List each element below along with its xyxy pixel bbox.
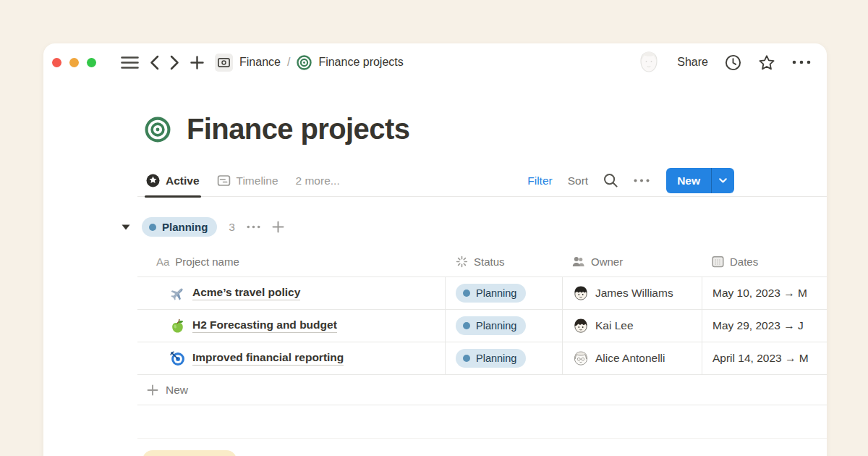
page-title[interactable]: Finance projects	[187, 113, 409, 145]
status-dot	[463, 322, 470, 329]
close-window-button[interactable]	[52, 58, 61, 67]
avatar[interactable]	[637, 50, 660, 75]
chevron-down-icon[interactable]	[712, 168, 734, 193]
project-name-cell[interactable]: Acme’s travel policy	[137, 277, 445, 309]
breadcrumb: Finance / Finance projects	[215, 54, 404, 72]
next-group-pill[interactable]	[142, 450, 237, 456]
column-header-dates[interactable]: Dates	[702, 256, 827, 268]
column-header-status[interactable]: Status	[445, 256, 562, 268]
target-icon	[297, 55, 312, 70]
add-page-icon[interactable]	[190, 56, 204, 69]
new-row-button[interactable]: New	[137, 375, 827, 405]
group-label: Planning	[162, 221, 208, 233]
status-label: Planning	[476, 352, 516, 364]
new-button[interactable]: New	[666, 168, 734, 193]
tab-more-views[interactable]: 2 more...	[296, 165, 340, 197]
sort-button[interactable]: Sort	[568, 174, 588, 187]
column-label: Owner	[591, 256, 623, 268]
group-status-pill[interactable]: Planning	[142, 217, 217, 237]
status-dot	[149, 224, 156, 231]
owner-cell[interactable]: Kai Lee	[562, 310, 702, 342]
view-tabs-bar: Active Timeline 2 more... Filter Sort	[137, 165, 827, 197]
tab-label: 2 more...	[296, 174, 340, 187]
status-pill: Planning	[456, 349, 526, 368]
tab-active-view[interactable]: Active	[146, 165, 200, 197]
table-row: Improved financial reporting Planning	[137, 342, 827, 374]
group-count: 3	[229, 221, 235, 234]
star-icon[interactable]	[758, 54, 775, 71]
group-options-ellipsis-icon[interactable]	[247, 225, 260, 229]
people-icon	[572, 256, 585, 267]
view-controls: Filter Sort New	[527, 168, 734, 193]
project-name-cell[interactable]: H2 Forecasting and budget	[137, 310, 445, 342]
owner-cell[interactable]: Alice Antonelli	[562, 342, 702, 374]
tab-timeline-view[interactable]: Timeline	[217, 165, 278, 197]
zoom-window-button[interactable]	[87, 58, 96, 67]
banknote-icon[interactable]	[215, 54, 233, 72]
window-toolbar: Finance / Finance projects	[43, 43, 827, 81]
view-options-ellipsis-icon[interactable]	[634, 179, 650, 182]
owner-cell[interactable]: James Williams	[562, 277, 702, 309]
owner-name: Kai Lee	[595, 319, 634, 332]
airplane-icon	[170, 286, 185, 301]
breadcrumb-page[interactable]: Finance projects	[318, 56, 403, 69]
date-range: May 29, 2023 → J	[712, 319, 804, 332]
calendar-icon	[712, 256, 724, 268]
status-cell[interactable]: Planning	[445, 342, 562, 374]
page-header: Finance projects	[145, 113, 409, 145]
hamburger-menu-icon[interactable]	[121, 56, 139, 69]
column-label: Project name	[175, 256, 239, 268]
view-tabs: Active Timeline 2 more...	[146, 165, 340, 197]
filter-button[interactable]: Filter	[527, 174, 552, 187]
projects-table: Aa Project name Status	[137, 246, 827, 405]
table-header-row: Aa Project name Status	[137, 246, 827, 276]
status-cell[interactable]: Planning	[445, 310, 562, 342]
green-apple-icon	[170, 318, 185, 334]
status-label: Planning	[476, 320, 516, 332]
toolbar-right: Share	[637, 50, 811, 75]
owner-avatar	[573, 318, 589, 334]
table-row: Acme’s travel policy Planning	[137, 276, 827, 309]
status-burst-icon	[456, 256, 468, 268]
traffic-lights	[52, 58, 96, 67]
more-options-icon[interactable]	[792, 60, 811, 64]
search-icon[interactable]	[603, 173, 618, 188]
text-type-icon: Aa	[156, 256, 169, 268]
column-label: Status	[474, 256, 505, 268]
target-icon[interactable]	[145, 117, 171, 143]
plus-icon	[147, 384, 158, 396]
star-circle-icon	[146, 174, 160, 187]
timeline-view-icon	[217, 174, 231, 187]
status-cell[interactable]: Planning	[445, 277, 562, 309]
table-row: H2 Forecasting and budget Planning	[137, 309, 827, 342]
project-title-link[interactable]: H2 Forecasting and budget	[192, 318, 337, 333]
project-title-link[interactable]: Improved financial reporting	[192, 351, 344, 366]
owner-name: Alice Antonelli	[595, 352, 665, 365]
status-pill: Planning	[456, 316, 526, 335]
breadcrumb-separator: /	[287, 56, 290, 69]
column-label: Dates	[730, 256, 758, 268]
dates-cell[interactable]: May 10, 2023 → M	[702, 277, 827, 309]
clock-icon[interactable]	[725, 54, 741, 71]
breadcrumb-workspace[interactable]: Finance	[239, 56, 281, 69]
column-header-owner[interactable]: Owner	[562, 256, 702, 268]
share-button[interactable]: Share	[677, 56, 708, 69]
forward-chevron-icon[interactable]	[170, 55, 179, 70]
group-header-planning: Planning 3	[122, 217, 284, 237]
owner-avatar	[573, 350, 589, 366]
owner-name: James Williams	[595, 287, 673, 300]
dates-cell[interactable]: April 14, 2023 → M	[702, 342, 827, 374]
date-range: April 14, 2023 → M	[712, 352, 809, 365]
project-name-cell[interactable]: Improved financial reporting	[137, 342, 445, 374]
triangle-down-icon[interactable]	[122, 224, 130, 230]
dates-cell[interactable]: May 29, 2023 → J	[702, 310, 827, 342]
column-header-project-name[interactable]: Aa Project name	[137, 256, 445, 268]
back-chevron-icon[interactable]	[150, 55, 159, 70]
project-title-link[interactable]: Acme’s travel policy	[192, 286, 300, 300]
status-dot	[463, 290, 470, 297]
date-range: May 10, 2023 → M	[712, 287, 807, 300]
owner-avatar	[573, 285, 589, 301]
tab-label: Timeline	[237, 174, 278, 187]
minimize-window-button[interactable]	[69, 58, 79, 67]
group-add-icon[interactable]	[272, 221, 284, 233]
